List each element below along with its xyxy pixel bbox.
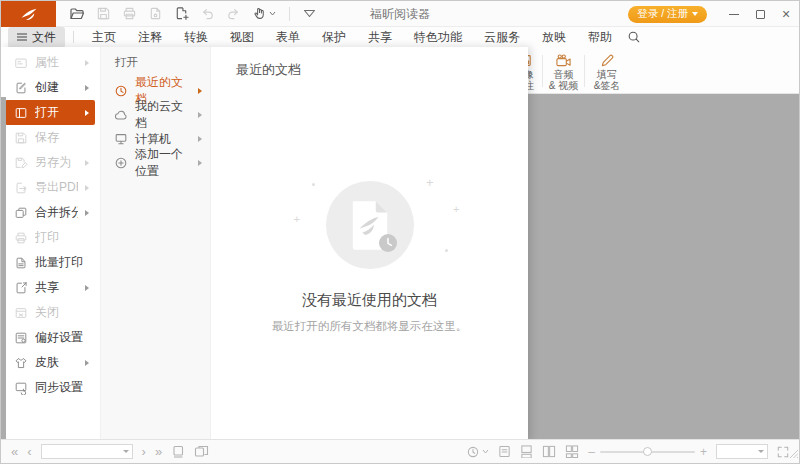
sidebar-item-label: 皮肤 (35, 354, 78, 371)
login-register-button[interactable]: 登录 / 注册 (628, 6, 707, 23)
submenu-arrow-icon (198, 136, 202, 142)
customize-toolbar-icon[interactable] (303, 9, 316, 18)
dot-decoration (312, 183, 315, 186)
tab-share[interactable]: 共享 (357, 27, 403, 48)
open-item-cloud-documents[interactable]: 我的云文档 (101, 103, 210, 127)
menu-bar: 文件 主页 注释 转换 视图 表单 保护 共享 特色功能 云服务 放映 帮助 (1, 27, 799, 47)
open-item-add-place[interactable]: 添加一个位置 (101, 151, 210, 175)
zoom-in-icon[interactable]: + (700, 446, 707, 458)
fill-sign-button[interactable]: 填写 &签名 (587, 49, 627, 92)
search-icon[interactable] (627, 30, 641, 44)
tab-form[interactable]: 表单 (265, 27, 311, 48)
previous-page-icon[interactable]: ‹ (27, 445, 31, 458)
two-page-view-icon[interactable] (542, 445, 556, 458)
maximize-button[interactable] (747, 1, 773, 27)
zoom-level-box (716, 444, 768, 459)
facing-pages-icon[interactable] (194, 445, 209, 458)
zoom-slider-track[interactable] (600, 451, 695, 453)
sidebar-item-label: 属性 (35, 54, 78, 71)
redo-icon[interactable] (226, 6, 241, 21)
clock-icon (114, 84, 128, 98)
tab-features[interactable]: 特色功能 (403, 27, 473, 48)
properties-icon (14, 56, 28, 70)
first-page-icon[interactable]: « (11, 445, 18, 458)
chevron-down-icon[interactable] (758, 450, 764, 453)
empty-state-subtitle: 最近打开的所有文档都将显示在这里。 (211, 319, 528, 334)
sidebar-item-label: 导出PDF为 (35, 179, 78, 196)
tab-file[interactable]: 文件 (8, 27, 65, 48)
zoom-slider-knob[interactable] (643, 447, 652, 456)
sidebar-item-save[interactable]: 保存 (5, 125, 95, 150)
tab-home[interactable]: 主页 (81, 27, 127, 48)
print-icon[interactable] (122, 6, 137, 21)
sidebar-item-properties[interactable]: 属性 (5, 50, 95, 75)
tab-protect[interactable]: 保护 (311, 27, 357, 48)
submenu-arrow-icon (85, 210, 89, 216)
sidebar-item-merge-split[interactable]: 合并拆分 (5, 200, 95, 225)
sidebar-item-save-as[interactable]: 另存为 (5, 150, 95, 175)
new-document-icon[interactable] (174, 6, 189, 21)
tab-view[interactable]: 视图 (219, 27, 265, 48)
cloud-icon (114, 108, 128, 122)
submenu-arrow-icon (85, 285, 89, 291)
tab-slideshow[interactable]: 放映 (531, 27, 577, 48)
empty-illustration: + + + (270, 181, 470, 269)
sidebar-item-export-pdf[interactable]: 导出PDF为 (5, 175, 95, 200)
sidebar-item-close[interactable]: 关闭 (5, 300, 95, 325)
two-page-continuous-icon[interactable] (565, 445, 579, 458)
chevron-down-icon (692, 12, 698, 16)
page-number-input[interactable] (42, 445, 132, 458)
undo-icon[interactable] (200, 6, 215, 21)
minimize-button[interactable] (721, 1, 747, 27)
rotate-view-icon[interactable] (466, 445, 489, 459)
tab-comment[interactable]: 注释 (127, 27, 173, 48)
sidebar-item-sync-settings[interactable]: 同步设置 (5, 375, 95, 400)
sidebar-item-label: 共享 (35, 279, 78, 296)
tab-cloud[interactable]: 云服务 (473, 27, 531, 48)
sync-settings-icon (14, 381, 28, 395)
open-icon (14, 106, 28, 120)
ribbon-button-label: 音频 (554, 69, 574, 80)
submenu-arrow-icon (85, 185, 89, 191)
open-file-icon[interactable] (69, 6, 85, 22)
hand-tool-icon[interactable] (252, 6, 276, 21)
sidebar-item-open[interactable]: 打开 (5, 100, 95, 125)
menu-scrollbar[interactable] (1, 97, 6, 442)
close-button[interactable]: × (773, 1, 799, 27)
resize-grip[interactable] (788, 444, 798, 462)
last-page-icon[interactable]: » (155, 445, 162, 458)
document-properties-icon[interactable] (148, 6, 163, 21)
single-page-view-icon[interactable] (498, 445, 511, 458)
empty-document-icon (326, 181, 414, 269)
file-tab-label: 文件 (32, 29, 56, 46)
continuous-view-icon[interactable] (520, 445, 533, 458)
view-controls: – + (466, 444, 789, 459)
sidebar-item-share[interactable]: 共享 (5, 275, 95, 300)
sidebar-item-preferences[interactable]: 偏好设置 (5, 325, 95, 350)
page-number-box (41, 444, 133, 459)
tab-help[interactable]: 帮助 (577, 27, 623, 48)
monitor-icon (114, 132, 128, 146)
sidebar-item-label: 同步设置 (35, 379, 95, 396)
submenu-arrow-icon (85, 360, 89, 366)
close-icon: × (782, 7, 790, 21)
audio-video-button[interactable]: 音频 & 视频 (545, 49, 582, 92)
ribbon-separator (542, 55, 543, 87)
next-page-icon[interactable]: › (142, 445, 146, 458)
sidebar-item-print[interactable]: 打印 (5, 225, 95, 250)
save-icon (14, 131, 28, 145)
tab-convert[interactable]: 转换 (173, 27, 219, 48)
zoom-out-icon[interactable]: – (588, 446, 595, 458)
sidebar-item-label: 打印 (35, 229, 95, 246)
minimize-icon (729, 14, 739, 15)
file-menu-panel: 属性 创建 打开 保存 另存为 (1, 47, 528, 441)
empty-state: + + + (211, 181, 528, 334)
single-page-icon[interactable] (171, 445, 185, 458)
sidebar-item-skin[interactable]: 皮肤 (5, 350, 95, 375)
sidebar-item-create[interactable]: 创建 (5, 75, 95, 100)
sidebar-item-batch-print[interactable]: 批量打印 (5, 250, 95, 275)
save-icon[interactable] (96, 6, 111, 21)
submenu-arrow-icon (85, 60, 89, 66)
chevron-down-icon[interactable] (123, 450, 129, 453)
open-item-label: 计算机 (135, 131, 171, 148)
